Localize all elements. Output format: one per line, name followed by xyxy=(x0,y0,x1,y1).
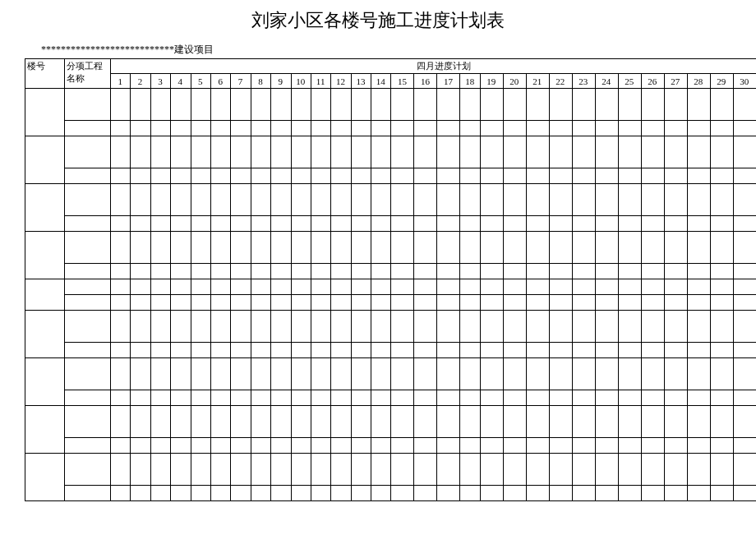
day-1: 1 xyxy=(111,74,131,89)
day-23: 23 xyxy=(572,74,595,89)
day-9: 9 xyxy=(271,74,291,89)
day-14: 14 xyxy=(371,74,391,89)
table-row xyxy=(25,406,757,438)
table-row xyxy=(25,343,757,358)
day-17: 17 xyxy=(437,74,460,89)
table-row xyxy=(25,438,757,454)
header-building: 楼号 xyxy=(25,59,65,89)
day-10: 10 xyxy=(291,74,311,89)
header-item: 分项工程名称 xyxy=(65,59,111,89)
table-row xyxy=(25,232,757,264)
table-row xyxy=(25,311,757,343)
page-title: 刘家小区各楼号施工进度计划表 xyxy=(25,8,731,33)
day-26: 26 xyxy=(641,74,664,89)
project-subtitle: ***************************建设项目 xyxy=(25,43,731,57)
day-27: 27 xyxy=(664,74,687,89)
day-18: 18 xyxy=(460,74,480,89)
day-24: 24 xyxy=(595,74,618,89)
day-8: 8 xyxy=(251,74,270,89)
table-header-row-1: 楼号 分项工程名称 四月进度计划 xyxy=(25,59,757,74)
table-row xyxy=(25,390,757,406)
table-row xyxy=(25,279,757,295)
day-19: 19 xyxy=(480,74,503,89)
table-row xyxy=(25,184,757,216)
day-13: 13 xyxy=(351,74,371,89)
day-21: 21 xyxy=(526,74,549,89)
table-row xyxy=(25,454,757,486)
table-row xyxy=(25,486,757,501)
table-row xyxy=(25,264,757,279)
table-row xyxy=(25,216,757,232)
table-header-row-days: 1 2 3 4 5 6 7 8 9 10 11 12 13 14 15 16 1… xyxy=(25,74,757,89)
day-30: 30 xyxy=(733,74,756,89)
day-25: 25 xyxy=(618,74,641,89)
table-row xyxy=(25,168,757,184)
day-12: 12 xyxy=(331,74,351,89)
day-29: 29 xyxy=(710,74,733,89)
header-schedule: 四月进度计划 xyxy=(111,59,757,74)
day-3: 3 xyxy=(150,74,170,89)
table-row xyxy=(25,295,757,311)
schedule-table: 楼号 分项工程名称 四月进度计划 1 2 3 4 5 6 7 8 9 10 11… xyxy=(25,58,756,501)
table-row xyxy=(25,358,757,390)
day-4: 4 xyxy=(171,74,191,89)
day-11: 11 xyxy=(311,74,330,89)
table-row xyxy=(25,136,757,168)
day-15: 15 xyxy=(391,74,414,89)
day-22: 22 xyxy=(549,74,572,89)
day-5: 5 xyxy=(191,74,210,89)
day-7: 7 xyxy=(231,74,251,89)
day-2: 2 xyxy=(131,74,150,89)
day-20: 20 xyxy=(503,74,526,89)
table-row xyxy=(25,89,757,121)
day-28: 28 xyxy=(687,74,710,89)
day-16: 16 xyxy=(414,74,437,89)
day-6: 6 xyxy=(210,74,230,89)
table-row xyxy=(25,121,757,136)
